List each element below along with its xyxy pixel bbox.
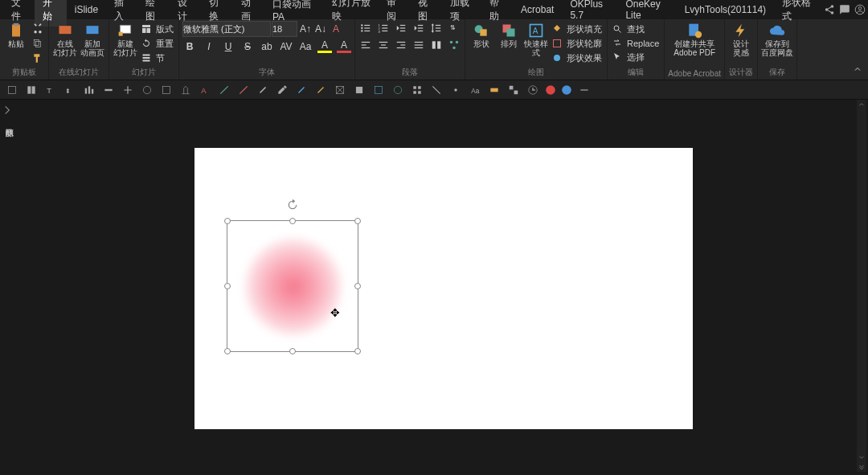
bullets-icon[interactable] — [358, 21, 373, 35]
scroll-up-icon[interactable] — [857, 100, 866, 109]
cut-icon[interactable] — [31, 21, 45, 35]
case-button[interactable]: Aa — [298, 41, 313, 52]
scroll-down2-icon[interactable] — [857, 462, 866, 472]
line-spacing-icon[interactable] — [429, 21, 444, 35]
save-cloud-button[interactable]: 保存到 百度网盘 — [761, 21, 793, 59]
copy-icon[interactable] — [31, 36, 45, 51]
align-center-icon[interactable] — [376, 38, 391, 52]
columns-icon[interactable] — [429, 38, 444, 52]
indent-inc-icon[interactable] — [411, 21, 426, 35]
resize-handle-ml[interactable] — [224, 283, 231, 289]
tool-9[interactable] — [159, 83, 174, 97]
tool-17[interactable] — [313, 83, 328, 97]
tool-18[interactable] — [333, 83, 347, 97]
tool-16[interactable] — [294, 83, 309, 97]
tool-28[interactable] — [526, 83, 540, 97]
font-size-select[interactable] — [272, 21, 297, 37]
designer-button[interactable]: 设计 灵感 — [728, 21, 754, 59]
tool-5[interactable] — [82, 83, 96, 97]
bold-button[interactable]: B — [182, 41, 197, 52]
tool-20[interactable] — [371, 83, 386, 97]
shape-outline-button[interactable]: 形状轮廓 — [551, 37, 604, 51]
tool-24[interactable] — [448, 83, 463, 97]
layout-button[interactable]: 版式 — [140, 23, 175, 36]
highlight-button[interactable]: A — [317, 39, 332, 53]
quick-styles-button[interactable]: A快速样式 — [523, 21, 549, 59]
spacing-button[interactable]: AV — [279, 41, 293, 52]
tool-25[interactable]: Aa — [468, 83, 482, 97]
online-slides-button[interactable]: 在线 幻灯片 — [52, 21, 78, 59]
underline-button[interactable]: U — [221, 41, 235, 52]
font-color-button[interactable]: A — [337, 39, 351, 53]
resize-handle-bl[interactable] — [224, 348, 231, 354]
shape-circle[interactable] — [242, 235, 345, 338]
tool-23[interactable] — [429, 83, 444, 97]
color-dot-2[interactable] — [561, 83, 572, 97]
numbering-icon[interactable]: 123 — [376, 21, 391, 35]
replace-button[interactable]: Replace — [611, 37, 661, 50]
resize-handle-tr[interactable] — [354, 218, 361, 224]
tool-eyedropper[interactable] — [275, 83, 289, 97]
vertical-scrollbar[interactable] — [857, 100, 866, 472]
text-direction-icon[interactable]: ⇅ — [447, 21, 461, 35]
tool-more[interactable] — [577, 83, 592, 97]
selection-box[interactable]: ✥ — [227, 220, 358, 352]
resize-handle-bm[interactable] — [289, 348, 296, 354]
tool-2[interactable] — [24, 83, 39, 97]
tool-26[interactable] — [487, 83, 502, 97]
resize-handle-tm[interactable] — [289, 218, 296, 224]
shape-effects-button[interactable]: 形状效果 — [551, 51, 604, 65]
tool-14[interactable] — [256, 83, 270, 97]
tool-12[interactable] — [217, 83, 231, 97]
arrange-button[interactable]: 排列 — [496, 21, 522, 50]
tool-8[interactable] — [140, 83, 154, 97]
indent-dec-icon[interactable] — [394, 21, 408, 35]
section-button[interactable]: 节 — [140, 51, 175, 65]
new-anim-button[interactable]: 新加 动画页 — [80, 21, 105, 59]
new-slide-button[interactable]: 新建 幻灯片 — [113, 21, 138, 59]
scroll-down-icon[interactable] — [857, 452, 866, 462]
collapse-ribbon-icon[interactable] — [850, 62, 865, 76]
reset-button[interactable]: 重置 — [140, 37, 175, 51]
resize-handle-br[interactable] — [354, 348, 361, 354]
tab-lvyh[interactable]: LvyhTools(201114) — [677, 1, 774, 18]
panel-toggle-icon[interactable] — [2, 104, 13, 116]
justify-icon[interactable] — [411, 38, 426, 52]
italic-button[interactable]: I — [202, 41, 216, 52]
comment-icon[interactable] — [837, 1, 852, 18]
tool-4[interactable]: ⬍ — [63, 83, 77, 97]
tab-acrobat[interactable]: Acrobat — [513, 1, 562, 18]
tool-19[interactable] — [352, 83, 366, 97]
font-name-select[interactable] — [182, 21, 271, 37]
smartart-icon[interactable] — [447, 38, 461, 52]
paste-button[interactable]: 粘贴 — [3, 21, 29, 50]
tool-27[interactable] — [506, 83, 521, 97]
create-pdf-button[interactable]: 创建并共享 Adobe PDF — [672, 21, 717, 59]
tool-3[interactable]: T — [43, 83, 58, 97]
user-icon[interactable] — [853, 1, 868, 18]
shape-fill-button[interactable]: 形状填充 — [551, 23, 604, 36]
format-painter-icon[interactable] — [31, 51, 45, 66]
shapes-button[interactable]: 形状 — [469, 21, 494, 50]
resize-handle-mr[interactable] — [354, 283, 361, 289]
share-icon[interactable] — [821, 1, 837, 18]
tool-11[interactable]: A — [198, 83, 212, 97]
slide-canvas[interactable]: ✥ — [16, 100, 855, 475]
clear-format-icon[interactable]: A — [329, 23, 343, 35]
shadow-button[interactable]: ab — [260, 41, 274, 52]
resize-handle-tl[interactable] — [224, 218, 231, 224]
tool-22[interactable] — [410, 83, 424, 97]
strike-button[interactable]: S — [240, 41, 255, 52]
color-dot-1[interactable] — [545, 83, 556, 97]
tab-islide[interactable]: iSlide — [67, 1, 106, 18]
increase-font-icon[interactable]: A↑ — [298, 23, 313, 35]
find-button[interactable]: 查找 — [611, 23, 661, 36]
slide[interactable]: ✥ — [194, 148, 693, 429]
align-right-icon[interactable] — [394, 38, 408, 52]
select-button[interactable]: 选择 — [611, 51, 661, 64]
align-left-icon[interactable] — [358, 38, 373, 52]
tool-10[interactable] — [178, 83, 193, 97]
tool-6[interactable] — [101, 83, 116, 97]
rotate-handle[interactable] — [286, 199, 299, 211]
tool-1[interactable] — [5, 83, 19, 97]
